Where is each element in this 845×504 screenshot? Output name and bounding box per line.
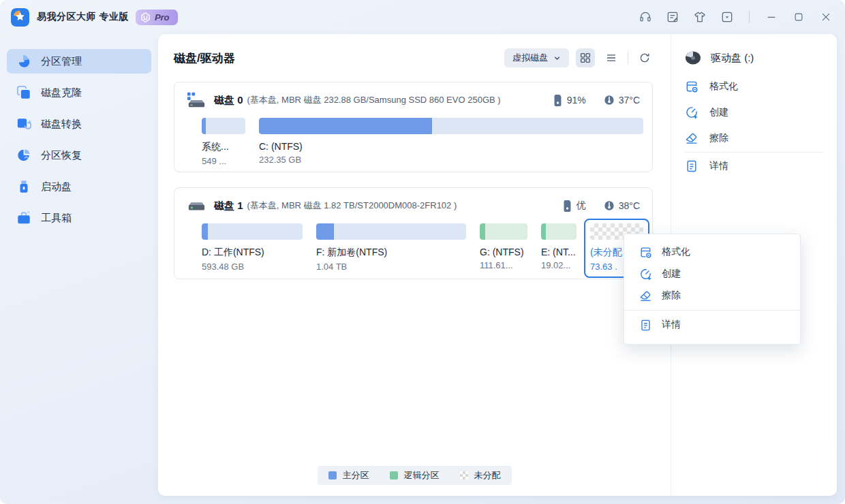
- sidebar-item-disk-convert[interactable]: 磁盘转换: [7, 112, 151, 136]
- format-icon: [639, 246, 652, 259]
- sidebar-item-label: 分区恢复: [41, 149, 82, 162]
- disk-0-stats: 91% 37°C: [553, 95, 640, 106]
- sidebar-item-label: 磁盘转换: [41, 118, 82, 131]
- partition-bar: [202, 223, 303, 240]
- legend-logical: 逻辑分区: [390, 469, 440, 482]
- disk-health: 91%: [553, 95, 586, 106]
- refresh-icon[interactable]: [635, 48, 654, 67]
- context-menu-separator: [624, 310, 800, 311]
- headset-icon[interactable]: [637, 9, 654, 25]
- partition-bar: [259, 118, 643, 134]
- create-partition-icon: [639, 268, 652, 281]
- action-create[interactable]: 创建: [685, 99, 823, 125]
- pie-chart-icon: [16, 54, 31, 69]
- disk-convert-icon: [16, 116, 31, 131]
- create-partition-icon: [685, 106, 698, 119]
- minimize-button[interactable]: [763, 9, 780, 25]
- disk-info: (基本盘, MBR 磁盘 232.88 GB/Samsung SSD 860 E…: [247, 94, 501, 106]
- sidebar-item-label: 工具箱: [41, 212, 72, 225]
- context-menu-format[interactable]: 格式化: [624, 241, 800, 263]
- sidebar-item-bootable-disk[interactable]: 启动盘: [7, 174, 151, 199]
- legend: 主分区 逻辑分区 未分配: [158, 466, 671, 485]
- partition-bar: [541, 223, 577, 240]
- sidebar-item-partition-recovery[interactable]: 分区恢复: [7, 143, 151, 168]
- action-erase[interactable]: 擦除: [685, 125, 823, 151]
- sidebar-item-label: 磁盘克隆: [41, 86, 82, 99]
- erase-icon: [639, 289, 652, 302]
- feedback-note-icon[interactable]: [664, 9, 681, 25]
- legend-unallocated: 未分配: [460, 469, 501, 482]
- sidebar-item-partition-manager[interactable]: 分区管理: [7, 49, 151, 74]
- virtual-disk-dropdown-label: 虚拟磁盘: [512, 52, 548, 64]
- theme-shirt-icon[interactable]: [692, 9, 708, 25]
- context-menu-create[interactable]: 创建: [624, 263, 800, 285]
- primary-partition-swatch: [328, 471, 337, 479]
- disk-card-1: 磁盘 1 (基本盘, MBR 磁盘 1.82 TB/ST2000DM008-2F…: [174, 187, 653, 279]
- grid-view-icon[interactable]: [576, 48, 595, 67]
- sidebar-item-label: 启动盘: [41, 180, 72, 193]
- partition-system[interactable]: 系统... 549 ...: [202, 118, 245, 166]
- sidebar-item-toolbox[interactable]: 工具箱: [7, 206, 151, 230]
- partition-d[interactable]: D: 工作(NTFS) 593.48 GB: [202, 223, 303, 272]
- sidebar-item-disk-clone[interactable]: 磁盘克隆: [7, 80, 151, 105]
- pro-badge: Pro: [136, 10, 178, 25]
- app-logo-icon: [11, 8, 29, 27]
- details-icon: [685, 159, 698, 173]
- logical-partition-swatch: [390, 471, 398, 479]
- list-view-icon[interactable]: [602, 48, 621, 67]
- dark-disk-icon: [685, 50, 701, 65]
- format-icon: [685, 80, 698, 93]
- app-title: 易我分区大师 专业版: [37, 11, 129, 23]
- context-menu-erase[interactable]: 擦除: [624, 285, 800, 306]
- view-toolbar: 虚拟磁盘: [504, 48, 654, 67]
- unallocated-swatch: [460, 471, 468, 479]
- main-area: 磁盘/驱动器 虚拟磁盘: [158, 34, 671, 496]
- context-menu-details[interactable]: 详情: [624, 314, 800, 336]
- right-panel-header: 驱动盘 (:): [685, 49, 823, 67]
- disk-1-partitions: D: 工作(NTFS) 593.48 GB F: 新加卷(NTFS) 1.04 …: [202, 223, 640, 273]
- main-header: 磁盘/驱动器 虚拟磁盘: [174, 48, 654, 68]
- disk-health-icon: [562, 200, 572, 212]
- page-title: 磁盘/驱动器: [174, 50, 235, 66]
- toolbar-separator: [628, 52, 628, 64]
- context-menu: 格式化 创建 擦除 详情: [624, 234, 801, 345]
- virtual-disk-dropdown[interactable]: 虚拟磁盘: [504, 48, 569, 67]
- maximize-button[interactable]: [790, 9, 807, 25]
- right-panel-separator: [685, 152, 823, 153]
- titlebar-separator: [749, 11, 750, 23]
- disk-name: 磁盘 0: [214, 94, 243, 107]
- selected-drive-label: 驱动盘 (:): [711, 52, 754, 65]
- titlebar: 易我分区大师 专业版 Pro: [0, 0, 845, 34]
- partition-g[interactable]: G: (NTFS) 111.61...: [480, 223, 527, 270]
- partition-recovery-icon: [16, 148, 31, 163]
- pro-label: Pro: [155, 12, 170, 22]
- action-details[interactable]: 详情: [685, 153, 823, 179]
- disk-info: (基本盘, MBR 磁盘 1.82 TB/ST2000DM008-2FR102 …: [247, 200, 457, 212]
- partition-c[interactable]: C: (NTFS) 232.35 GB: [259, 118, 643, 165]
- ssd-drive-icon: [187, 91, 206, 109]
- erase-icon: [685, 131, 698, 145]
- disk-name: 磁盘 1: [214, 200, 243, 212]
- hdd-drive-icon: [187, 197, 206, 215]
- partition-e[interactable]: E: (NT... 19.02...: [541, 223, 577, 270]
- temperature-icon: [604, 95, 615, 106]
- disk-1-stats: 优 38°C: [562, 200, 640, 212]
- disk-0-header: 磁盘 0 (基本盘, MBR 磁盘 232.88 GB/Samsung SSD …: [187, 91, 640, 109]
- partition-f[interactable]: F: 新加卷(NTFS) 1.04 TB: [316, 223, 466, 272]
- partition-bar: [480, 223, 527, 240]
- toolbox-icon: [16, 210, 31, 225]
- window-menu-icon[interactable]: [719, 9, 735, 25]
- disk-clone-icon: [16, 85, 31, 100]
- disk-temperature: 38°C: [604, 200, 640, 211]
- legend-pill: 主分区 逻辑分区 未分配: [318, 466, 512, 485]
- legend-primary: 主分区: [328, 469, 369, 482]
- partition-bar: [202, 118, 245, 134]
- temperature-icon: [604, 200, 615, 211]
- sidebar-item-label: 分区管理: [41, 55, 82, 68]
- action-format[interactable]: 格式化: [685, 74, 823, 99]
- disk-0-partitions: 系统... 549 ... C: (NTFS) 232.35 GB: [202, 118, 640, 166]
- app-window: 易我分区大师 专业版 Pro: [0, 0, 845, 504]
- close-button[interactable]: [818, 9, 834, 25]
- bootable-usb-icon: [16, 179, 31, 194]
- disk-health-icon: [553, 95, 563, 106]
